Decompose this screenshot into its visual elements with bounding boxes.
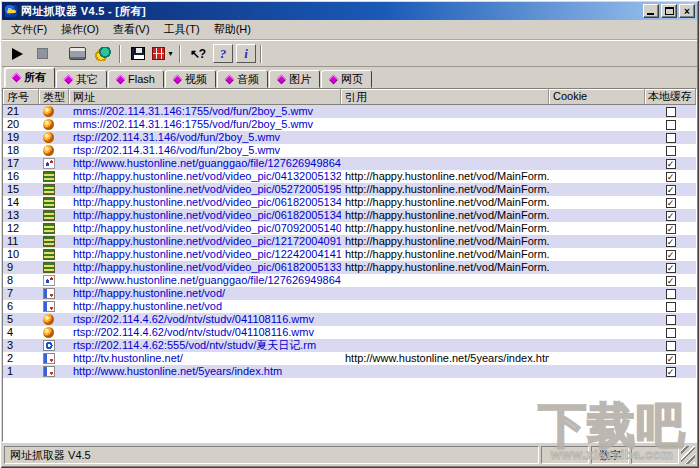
page-icon	[43, 353, 55, 364]
browser-button[interactable]	[90, 43, 115, 65]
column-header-5[interactable]: 本地缓存	[645, 89, 696, 104]
table-row[interactable]: 17http://www.hustonline.net/guanggao/fil…	[3, 157, 696, 170]
cached-checkbox[interactable]: ✓	[666, 276, 676, 286]
table-row[interactable]: 12http://happy.hustonline.net/vod/video_…	[3, 222, 696, 235]
table-row[interactable]: 9http://happy.hustonline.net/vod/video_p…	[3, 261, 696, 274]
tab-audio[interactable]: 音频	[217, 70, 268, 88]
table-row[interactable]: 4rtsp://202.114.4.62/vod/ntv/studv/04110…	[3, 326, 696, 339]
table-row[interactable]: 6http://happy.hustonline.net/vod	[3, 300, 696, 313]
row-type	[39, 132, 69, 143]
cached-checkbox[interactable]: ✓	[666, 250, 676, 260]
menu-item-file[interactable]: 文件(F)	[4, 20, 54, 39]
tab-label: 所有	[24, 70, 46, 85]
column-header-0[interactable]: 序号	[3, 89, 39, 104]
row-url: http://www.hustonline.net/guanggao/file/…	[69, 274, 341, 287]
cached-checkbox[interactable]: ✓	[666, 367, 676, 377]
row-type	[39, 327, 69, 338]
cached-checkbox[interactable]	[666, 133, 676, 143]
row-cached: ✓	[645, 235, 696, 248]
row-index: 1	[3, 365, 39, 378]
cached-checkbox[interactable]	[666, 302, 676, 312]
maximize-button[interactable]	[661, 4, 677, 18]
row-referrer: http://happy.hustonline.net/vod/MainForm…	[341, 222, 549, 235]
media-icon	[43, 119, 54, 130]
table-row[interactable]: 21mms://202.114.31.146:1755/vod/fun/2boy…	[3, 105, 696, 118]
cached-checkbox[interactable]	[666, 289, 676, 299]
row-index: 20	[3, 118, 39, 131]
cached-checkbox[interactable]	[666, 146, 676, 156]
table-row[interactable]: 18rtsp://202.114.31.146/vod/fun/2boy_5.w…	[3, 144, 696, 157]
menu-item-help[interactable]: 帮助(H)	[207, 20, 258, 39]
tab-web[interactable]: 网页	[321, 70, 372, 88]
tab-label: 视频	[185, 72, 207, 87]
row-type	[39, 314, 69, 325]
row-cached	[645, 287, 696, 300]
table-row[interactable]: 2http://tv.hustonline.net/http://www.hus…	[3, 352, 696, 365]
cached-checkbox[interactable]	[666, 120, 676, 130]
cached-checkbox[interactable]	[666, 107, 676, 117]
tab-image[interactable]: 图片	[269, 70, 320, 88]
row-type	[39, 366, 69, 377]
column-header-4[interactable]: Cookie	[549, 89, 645, 104]
about-button[interactable]: i	[236, 44, 256, 63]
table-row[interactable]: 7http://happy.hustonline.net/vod/	[3, 287, 696, 300]
tab-flash[interactable]: Flash	[108, 70, 164, 88]
table-row[interactable]: 8http://www.hustonline.net/guanggao/file…	[3, 274, 696, 287]
tab-other[interactable]: 其它	[56, 70, 107, 88]
menu-item-view[interactable]: 查看(V)	[106, 20, 157, 39]
close-button[interactable]: ×	[679, 4, 695, 18]
menu-item-operate[interactable]: 操作(O)	[54, 20, 106, 39]
row-cached: ✓	[645, 183, 696, 196]
save-button[interactable]	[125, 43, 150, 65]
table-row[interactable]: 14http://happy.hustonline.net/vod/video_…	[3, 196, 696, 209]
context-help-button[interactable]: ↖?	[185, 43, 210, 65]
row-cached: ✓	[645, 274, 696, 287]
cached-checkbox[interactable]: ✓	[666, 198, 676, 208]
cached-checkbox[interactable]: ✓	[666, 354, 676, 364]
cached-checkbox[interactable]: ✓	[666, 211, 676, 221]
diamond-icon	[12, 73, 22, 83]
table-row[interactable]: 15http://happy.hustonline.net/vod/video_…	[3, 183, 696, 196]
table-row[interactable]: 11http://happy.hustonline.net/vod/video_…	[3, 235, 696, 248]
row-url: http://happy.hustonline.net/vod/video_pi…	[69, 170, 341, 183]
row-url: http://www.hustonline.net/5years/index.h…	[69, 365, 341, 378]
cached-checkbox[interactable]: ✓	[666, 263, 676, 273]
cached-checkbox[interactable]: ✓	[666, 159, 676, 169]
row-index: 4	[3, 326, 39, 339]
status-panel-1	[541, 446, 589, 464]
row-index: 16	[3, 170, 39, 183]
table-row[interactable]: 5rtsp://202.114.4.62/vod/ntv/studv/04110…	[3, 313, 696, 326]
resize-grip[interactable]	[681, 446, 695, 464]
table-row[interactable]: 20mms://202.114.31.146:1755/vod/fun/2boy…	[3, 118, 696, 131]
dropdown-arrow-icon[interactable]: ▾	[168, 49, 172, 58]
table-row[interactable]: 16http://happy.hustonline.net/vod/video_…	[3, 170, 696, 183]
tab-all[interactable]: 所有	[4, 67, 55, 88]
context-help-icon: ↖?	[190, 47, 205, 61]
cached-checkbox[interactable]	[666, 315, 676, 325]
table-row[interactable]: 13http://happy.hustonline.net/vod/video_…	[3, 209, 696, 222]
delete-button[interactable]: ▾	[150, 43, 175, 65]
cached-checkbox[interactable]	[666, 328, 676, 338]
menu-item-tools[interactable]: 工具(T)	[157, 20, 207, 39]
stop-button[interactable]	[30, 43, 55, 65]
tab-video[interactable]: 视频	[165, 70, 216, 88]
cached-checkbox[interactable]: ✓	[666, 237, 676, 247]
table-row[interactable]: 3rtsp://202.114.4.62:555/vod/ntv/studv/夏…	[3, 339, 696, 352]
cached-checkbox[interactable]	[666, 341, 676, 351]
cached-checkbox[interactable]: ✓	[666, 185, 676, 195]
title-bar[interactable]: 网址抓取器 V4.5 - [所有] ×	[2, 2, 697, 20]
help-button[interactable]: ?	[213, 44, 233, 63]
table-header: 序号类型网址引用Cookie本地缓存	[3, 89, 696, 105]
cached-checkbox[interactable]: ✓	[666, 224, 676, 234]
column-header-1[interactable]: 类型	[39, 89, 69, 104]
table-row[interactable]: 1http://www.hustonline.net/5years/index.…	[3, 365, 696, 378]
column-header-2[interactable]: 网址	[69, 89, 341, 104]
printer-button[interactable]	[65, 43, 90, 65]
play-button[interactable]	[5, 43, 30, 65]
column-header-3[interactable]: 引用	[341, 89, 549, 104]
table-row[interactable]: 19rtsp://202.114.31.146/vod/fun/2boy_5.w…	[3, 131, 696, 144]
cached-checkbox[interactable]: ✓	[666, 172, 676, 182]
table-row[interactable]: 10http://happy.hustonline.net/vod/video_…	[3, 248, 696, 261]
minimize-button[interactable]	[643, 4, 659, 18]
image-icon	[43, 184, 55, 195]
